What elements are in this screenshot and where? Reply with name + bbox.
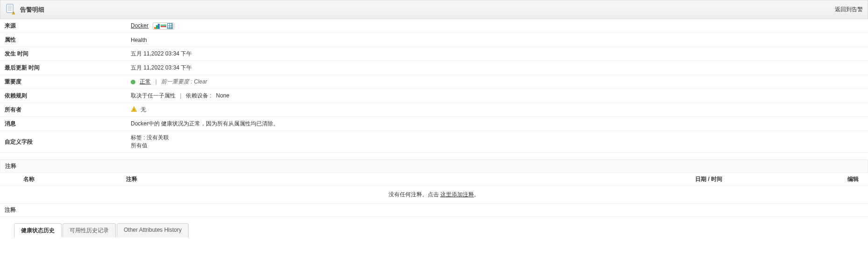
history-tabs: 健康状态历史 可用性历史记录 Other Attributes History — [14, 223, 868, 237]
col-annotation: 注释 — [126, 175, 695, 183]
separator: | — [180, 92, 181, 99]
table-icon — [167, 23, 173, 29]
status-ok-icon — [131, 80, 135, 84]
message-label: 消息 — [0, 117, 126, 131]
source-label: 来源 — [0, 19, 126, 33]
all-values-link[interactable]: 所有值 — [131, 142, 148, 149]
owner-label: 所有者 — [0, 103, 126, 117]
alarm-details-table: 来源 Docker 属性 Health 发生 时间 五月 11,2022 03:… — [0, 19, 868, 153]
header-left: ! 告警明细 — [5, 3, 44, 16]
warning-icon: ! — [131, 106, 137, 114]
updated-label: 最后更新 时间 — [0, 61, 126, 75]
annotation-empty-row: 没有任何注释。点击 这里添加注释。 — [0, 186, 868, 203]
col-edit: 编辑 — [835, 175, 863, 183]
tab-health-history[interactable]: 健康状态历史 — [14, 223, 62, 237]
severity-value: 正常 | 前一重要度 : Clear — [126, 75, 868, 89]
empty-prefix: 没有任何注释。点击 — [388, 191, 439, 198]
annotation-section-title: 注释 — [0, 159, 868, 173]
alarm-details-header: ! 告警明细 返回到告警 — [0, 0, 868, 19]
svg-text:!: ! — [134, 108, 134, 111]
dependency-device-value: None — [216, 92, 230, 99]
source-value: Docker — [126, 19, 868, 33]
dependency-value: 取决于任一子属性 | 依赖设备 : None — [126, 89, 868, 103]
svg-rect-0 — [7, 4, 13, 13]
dependency-device-label: 依赖设备 : — [186, 92, 212, 99]
custom-label: 自定义字段 — [0, 131, 126, 153]
attribute-value: Health — [126, 33, 868, 47]
dependency-label: 依赖规则 — [0, 89, 126, 103]
dependency-rule-text: 取决于任一子属性 — [131, 92, 176, 99]
bar-chart-icon — [154, 23, 160, 29]
add-annotation-link[interactable]: 这里添加注释 — [440, 191, 474, 198]
prev-severity-value: Clear — [194, 78, 207, 85]
page-title: 告警明细 — [20, 6, 44, 14]
message-value: Docker中的 健康状况为正常，因为所有从属属性均已清除。 — [126, 117, 868, 131]
col-name: 名称 — [5, 175, 126, 183]
annotation-section-title-2: 注释 — [0, 203, 868, 217]
alarm-detail-icon: ! — [5, 3, 16, 16]
severity-link[interactable]: 正常 — [140, 78, 151, 85]
empty-suffix: 。 — [474, 191, 480, 198]
attribute-label: 属性 — [0, 33, 126, 47]
occurred-value: 五月 11,2022 03:34 下午 — [126, 47, 868, 61]
custom-tag-value: 没有关联 — [147, 134, 169, 141]
custom-tag-label: 标签 : — [131, 134, 145, 141]
separator: | — [155, 78, 157, 85]
prev-severity-label: 前一重要度 : — [161, 78, 192, 85]
col-datetime: 日期 / 时间 — [695, 175, 835, 183]
updated-value: 五月 11,2022 03:34 下午 — [126, 61, 868, 75]
back-to-alarms-link[interactable]: 返回到告警 — [835, 6, 863, 14]
chart-icons-button[interactable] — [153, 22, 174, 30]
source-link[interactable]: Docker — [131, 22, 148, 29]
severity-label: 重要度 — [0, 75, 126, 89]
custom-value: 标签 : 没有关联 所有值 — [126, 131, 868, 153]
annotation-columns-header: 名称 注释 日期 / 时间 编辑 — [0, 173, 868, 186]
occurred-label: 发生 时间 — [0, 47, 126, 61]
tab-availability-history[interactable]: 可用性历史记录 — [63, 223, 116, 237]
owner-value: ! 无 — [126, 103, 868, 117]
tab-other-attributes-history[interactable]: Other Attributes History — [117, 223, 189, 237]
line-chart-icon — [161, 23, 166, 29]
owner-text: 无 — [141, 106, 146, 113]
